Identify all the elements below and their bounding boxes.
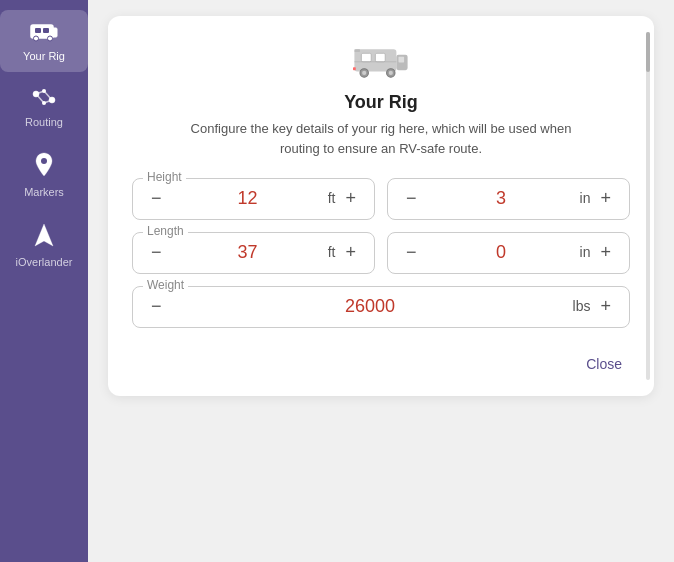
length-ft-decrement-button[interactable]: − bbox=[145, 241, 168, 263]
length-ft-controls: − 37 ft + bbox=[145, 241, 362, 263]
length-row: Length − 37 ft + − 0 in + bbox=[132, 232, 630, 274]
svg-rect-18 bbox=[375, 53, 385, 61]
routing-icon bbox=[31, 86, 57, 112]
modal-header: Your Rig Configure the key details of yo… bbox=[132, 40, 630, 158]
svg-point-4 bbox=[34, 36, 39, 41]
modal-title: Your Rig bbox=[344, 92, 418, 113]
weight-unit: lbs bbox=[573, 298, 591, 314]
close-button[interactable]: Close bbox=[578, 352, 630, 376]
svg-rect-1 bbox=[35, 28, 41, 33]
svg-rect-20 bbox=[399, 57, 405, 63]
svg-rect-26 bbox=[354, 49, 360, 52]
weight-value: 26000 bbox=[168, 296, 573, 317]
main-content: Your Rig Configure the key details of yo… bbox=[88, 0, 674, 562]
sidebar-item-ioverlander-label: iOverlander bbox=[16, 256, 73, 268]
modal-scrollbar bbox=[646, 32, 650, 380]
length-in-increment-button[interactable]: + bbox=[594, 241, 617, 263]
sidebar-item-routing-label: Routing bbox=[25, 116, 63, 128]
height-ft-value: 12 bbox=[168, 188, 328, 209]
svg-rect-17 bbox=[361, 53, 371, 61]
modal-footer: Close bbox=[132, 344, 630, 376]
weight-row: Weight − 26000 lbs + bbox=[132, 286, 630, 328]
sidebar-item-markers-label: Markers bbox=[24, 186, 64, 198]
length-ft-value: 37 bbox=[168, 242, 328, 263]
sidebar-item-your-rig-label: Your Rig bbox=[23, 50, 65, 62]
height-in-group: − 3 in + bbox=[387, 178, 630, 220]
weight-label: Weight bbox=[143, 278, 188, 292]
length-in-decrement-button[interactable]: − bbox=[400, 241, 423, 263]
sidebar-item-ioverlander[interactable]: iOverlander bbox=[0, 212, 88, 278]
markers-icon bbox=[34, 152, 54, 182]
modal-description: Configure the key details of your rig he… bbox=[171, 119, 591, 158]
your-rig-icon bbox=[30, 20, 58, 46]
height-row: Height − 12 ft + − 3 in + bbox=[132, 178, 630, 220]
scrollbar-thumb bbox=[646, 32, 650, 72]
weight-group: Weight − 26000 lbs + bbox=[132, 286, 630, 328]
svg-point-25 bbox=[389, 71, 393, 75]
svg-line-11 bbox=[44, 91, 52, 100]
svg-marker-15 bbox=[35, 224, 53, 246]
length-ft-increment-button[interactable]: + bbox=[339, 241, 362, 263]
height-label: Height bbox=[143, 170, 186, 184]
height-ft-controls: − 12 ft + bbox=[145, 187, 362, 209]
length-in-controls: − 0 in + bbox=[400, 241, 617, 263]
svg-point-14 bbox=[41, 158, 47, 164]
ioverlander-icon bbox=[33, 222, 55, 252]
svg-rect-3 bbox=[52, 28, 57, 37]
weight-decrement-button[interactable]: − bbox=[145, 295, 168, 317]
height-in-controls: − 3 in + bbox=[400, 187, 617, 209]
length-in-value: 0 bbox=[423, 242, 580, 263]
height-in-value: 3 bbox=[423, 188, 580, 209]
height-in-increment-button[interactable]: + bbox=[594, 187, 617, 209]
rig-illustration-icon bbox=[353, 40, 409, 92]
weight-controls: − 26000 lbs + bbox=[145, 295, 617, 317]
modal-card: Your Rig Configure the key details of yo… bbox=[108, 16, 654, 396]
height-in-unit: in bbox=[580, 190, 591, 206]
svg-rect-2 bbox=[43, 28, 49, 33]
length-in-unit: in bbox=[580, 244, 591, 260]
sidebar-item-markers[interactable]: Markers bbox=[0, 142, 88, 208]
length-ft-group: Length − 37 ft + bbox=[132, 232, 375, 274]
length-in-group: − 0 in + bbox=[387, 232, 630, 274]
length-label: Length bbox=[143, 224, 188, 238]
svg-point-23 bbox=[362, 71, 366, 75]
svg-rect-27 bbox=[353, 67, 356, 70]
length-ft-unit: ft bbox=[328, 244, 336, 260]
height-ft-unit: ft bbox=[328, 190, 336, 206]
sidebar-item-your-rig[interactable]: Your Rig bbox=[0, 10, 88, 72]
height-in-decrement-button[interactable]: − bbox=[400, 187, 423, 209]
sidebar-item-routing[interactable]: Routing bbox=[0, 76, 88, 138]
height-ft-group: Height − 12 ft + bbox=[132, 178, 375, 220]
weight-increment-button[interactable]: + bbox=[594, 295, 617, 317]
sidebar: Your Rig Routing Markers bbox=[0, 0, 88, 562]
svg-point-5 bbox=[48, 36, 53, 41]
svg-line-12 bbox=[36, 94, 44, 103]
height-ft-increment-button[interactable]: + bbox=[339, 187, 362, 209]
height-ft-decrement-button[interactable]: − bbox=[145, 187, 168, 209]
